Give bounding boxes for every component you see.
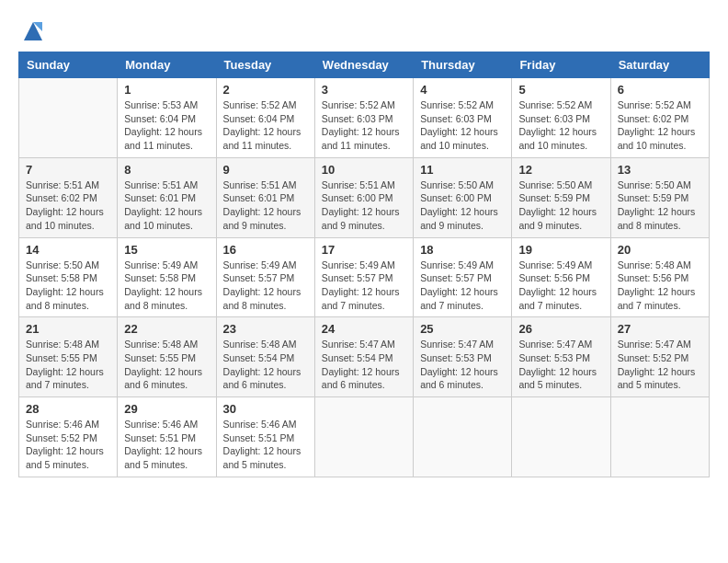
logo: [18, 22, 46, 44]
day-info: Sunrise: 5:49 AM Sunset: 5:57 PM Dayligh…: [322, 259, 406, 313]
calendar-cell: 28Sunrise: 5:46 AM Sunset: 5:52 PM Dayli…: [19, 397, 118, 477]
day-info: Sunrise: 5:50 AM Sunset: 5:59 PM Dayligh…: [518, 178, 603, 233]
day-number: 24: [322, 322, 406, 336]
calendar-cell: 27Sunrise: 5:47 AM Sunset: 5:52 PM Dayli…: [610, 317, 709, 397]
calendar-cell: 16Sunrise: 5:49 AM Sunset: 5:57 PM Dayli…: [216, 237, 314, 317]
calendar-cell: [314, 397, 413, 477]
page-header: [18, 18, 710, 44]
calendar-cell: [19, 78, 118, 158]
day-info: Sunrise: 5:51 AM Sunset: 6:02 PM Dayligh…: [26, 178, 110, 233]
calendar-cell: [610, 397, 709, 477]
calendar-cell: 25Sunrise: 5:47 AM Sunset: 5:53 PM Dayli…: [414, 317, 512, 397]
calendar-header-tuesday: Tuesday: [216, 52, 314, 78]
calendar-header-monday: Monday: [118, 52, 216, 78]
day-number: 19: [518, 243, 603, 257]
day-info: Sunrise: 5:47 AM Sunset: 5:53 PM Dayligh…: [420, 338, 505, 392]
calendar-cell: 23Sunrise: 5:48 AM Sunset: 5:54 PM Dayli…: [216, 317, 314, 397]
day-number: 4: [420, 83, 505, 97]
day-number: 17: [322, 243, 406, 257]
day-number: 26: [518, 322, 603, 336]
day-info: Sunrise: 5:49 AM Sunset: 5:56 PM Dayligh…: [518, 259, 603, 313]
day-info: Sunrise: 5:49 AM Sunset: 5:57 PM Dayligh…: [420, 259, 505, 313]
day-number: 3: [322, 83, 406, 97]
day-info: Sunrise: 5:50 AM Sunset: 6:00 PM Dayligh…: [420, 178, 505, 233]
calendar-cell: 4Sunrise: 5:52 AM Sunset: 6:03 PM Daylig…: [414, 78, 512, 158]
day-number: 16: [223, 243, 308, 257]
day-info: Sunrise: 5:48 AM Sunset: 5:54 PM Dayligh…: [223, 338, 308, 392]
day-number: 7: [26, 163, 110, 177]
day-number: 13: [618, 163, 702, 177]
day-info: Sunrise: 5:50 AM Sunset: 5:59 PM Dayligh…: [618, 178, 702, 233]
calendar-cell: 11Sunrise: 5:50 AM Sunset: 6:00 PM Dayli…: [414, 157, 512, 237]
day-info: Sunrise: 5:52 AM Sunset: 6:03 PM Dayligh…: [420, 98, 505, 153]
day-number: 15: [124, 243, 209, 257]
calendar-table: SundayMondayTuesdayWednesdayThursdayFrid…: [18, 52, 710, 477]
day-number: 27: [618, 322, 702, 336]
day-number: 14: [26, 243, 110, 257]
day-info: Sunrise: 5:52 AM Sunset: 6:03 PM Dayligh…: [518, 98, 603, 153]
calendar-cell: [512, 397, 610, 477]
day-number: 6: [618, 83, 702, 97]
day-info: Sunrise: 5:53 AM Sunset: 6:04 PM Dayligh…: [124, 98, 209, 153]
day-number: 29: [124, 402, 209, 416]
calendar-cell: 17Sunrise: 5:49 AM Sunset: 5:57 PM Dayli…: [314, 237, 413, 317]
calendar-cell: 20Sunrise: 5:48 AM Sunset: 5:56 PM Dayli…: [610, 237, 709, 317]
day-info: Sunrise: 5:48 AM Sunset: 5:55 PM Dayligh…: [124, 338, 209, 392]
day-number: 18: [420, 243, 505, 257]
calendar-cell: 21Sunrise: 5:48 AM Sunset: 5:55 PM Dayli…: [19, 317, 118, 397]
day-info: Sunrise: 5:47 AM Sunset: 5:52 PM Dayligh…: [618, 338, 702, 392]
day-number: 20: [618, 243, 702, 257]
calendar-cell: 30Sunrise: 5:46 AM Sunset: 5:51 PM Dayli…: [216, 397, 314, 477]
calendar-cell: 26Sunrise: 5:47 AM Sunset: 5:53 PM Dayli…: [512, 317, 610, 397]
day-info: Sunrise: 5:51 AM Sunset: 6:01 PM Dayligh…: [124, 178, 209, 233]
day-info: Sunrise: 5:51 AM Sunset: 6:01 PM Dayligh…: [223, 178, 308, 233]
calendar-header-wednesday: Wednesday: [314, 52, 413, 78]
calendar-week-row: 1Sunrise: 5:53 AM Sunset: 6:04 PM Daylig…: [19, 78, 710, 158]
day-number: 23: [223, 322, 308, 336]
calendar-header-friday: Friday: [512, 52, 610, 78]
day-info: Sunrise: 5:48 AM Sunset: 5:56 PM Dayligh…: [618, 259, 702, 313]
calendar-cell: 24Sunrise: 5:47 AM Sunset: 5:54 PM Dayli…: [314, 317, 413, 397]
calendar-cell: 1Sunrise: 5:53 AM Sunset: 6:04 PM Daylig…: [118, 78, 216, 158]
day-number: 25: [420, 322, 505, 336]
day-info: Sunrise: 5:52 AM Sunset: 6:04 PM Dayligh…: [223, 98, 308, 153]
calendar-cell: 18Sunrise: 5:49 AM Sunset: 5:57 PM Dayli…: [414, 237, 512, 317]
day-info: Sunrise: 5:47 AM Sunset: 5:54 PM Dayligh…: [322, 338, 406, 392]
calendar-week-row: 28Sunrise: 5:46 AM Sunset: 5:52 PM Dayli…: [19, 397, 710, 477]
day-info: Sunrise: 5:49 AM Sunset: 5:57 PM Dayligh…: [223, 259, 308, 313]
calendar-cell: 9Sunrise: 5:51 AM Sunset: 6:01 PM Daylig…: [216, 157, 314, 237]
day-info: Sunrise: 5:50 AM Sunset: 5:58 PM Dayligh…: [26, 259, 110, 313]
calendar-header-sunday: Sunday: [19, 52, 118, 78]
logo-icon: [20, 18, 46, 44]
calendar-cell: [414, 397, 512, 477]
calendar-cell: 14Sunrise: 5:50 AM Sunset: 5:58 PM Dayli…: [19, 237, 118, 317]
calendar-cell: 7Sunrise: 5:51 AM Sunset: 6:02 PM Daylig…: [19, 157, 118, 237]
calendar-cell: 22Sunrise: 5:48 AM Sunset: 5:55 PM Dayli…: [118, 317, 216, 397]
day-info: Sunrise: 5:51 AM Sunset: 6:00 PM Dayligh…: [322, 178, 406, 233]
day-info: Sunrise: 5:52 AM Sunset: 6:02 PM Dayligh…: [618, 98, 702, 153]
calendar-cell: 5Sunrise: 5:52 AM Sunset: 6:03 PM Daylig…: [512, 78, 610, 158]
day-number: 9: [223, 163, 308, 177]
calendar-cell: 19Sunrise: 5:49 AM Sunset: 5:56 PM Dayli…: [512, 237, 610, 317]
day-number: 12: [518, 163, 603, 177]
calendar-week-row: 7Sunrise: 5:51 AM Sunset: 6:02 PM Daylig…: [19, 157, 710, 237]
day-number: 11: [420, 163, 505, 177]
calendar-week-row: 14Sunrise: 5:50 AM Sunset: 5:58 PM Dayli…: [19, 237, 710, 317]
calendar-cell: 8Sunrise: 5:51 AM Sunset: 6:01 PM Daylig…: [118, 157, 216, 237]
calendar-cell: 13Sunrise: 5:50 AM Sunset: 5:59 PM Dayli…: [610, 157, 709, 237]
day-info: Sunrise: 5:46 AM Sunset: 5:51 PM Dayligh…: [223, 418, 308, 472]
day-number: 5: [518, 83, 603, 97]
calendar-header-saturday: Saturday: [610, 52, 709, 78]
day-info: Sunrise: 5:46 AM Sunset: 5:51 PM Dayligh…: [124, 418, 209, 472]
day-number: 10: [322, 163, 406, 177]
calendar-cell: 6Sunrise: 5:52 AM Sunset: 6:02 PM Daylig…: [610, 78, 709, 158]
day-number: 30: [223, 402, 308, 416]
calendar-cell: 12Sunrise: 5:50 AM Sunset: 5:59 PM Dayli…: [512, 157, 610, 237]
calendar-header-row: SundayMondayTuesdayWednesdayThursdayFrid…: [19, 52, 710, 78]
day-number: 2: [223, 83, 308, 97]
day-number: 1: [124, 83, 209, 97]
calendar-header-thursday: Thursday: [414, 52, 512, 78]
calendar-cell: 3Sunrise: 5:52 AM Sunset: 6:03 PM Daylig…: [314, 78, 413, 158]
calendar-cell: 15Sunrise: 5:49 AM Sunset: 5:58 PM Dayli…: [118, 237, 216, 317]
day-number: 8: [124, 163, 209, 177]
